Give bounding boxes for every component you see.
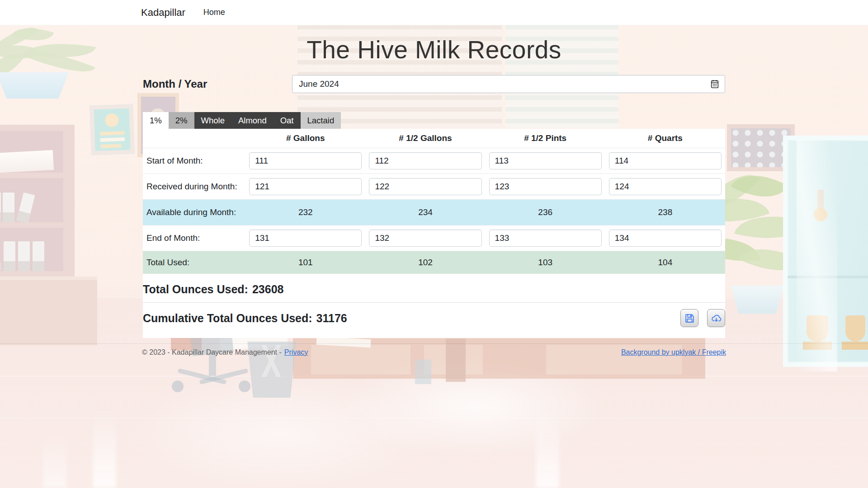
total-ounces-line: Total Ounces Used: 23608 xyxy=(143,274,725,302)
action-buttons xyxy=(680,309,725,327)
copyright-text: © 2023 - Kadapillar Daycare Management - xyxy=(142,348,282,357)
total-used-half-gallons-value: 102 xyxy=(365,251,485,274)
footer-credit: Background by upklyak / Freepik xyxy=(621,348,726,357)
tab-2-percent[interactable]: 2% xyxy=(169,112,194,129)
page: Kadapillar Home The Hive Milk Records Mo… xyxy=(0,0,868,488)
tab-1-percent[interactable]: 1% xyxy=(143,112,169,129)
month-year-input[interactable] xyxy=(292,75,725,93)
privacy-link[interactable]: Privacy xyxy=(284,348,308,357)
column-header-half-pints: # 1/2 Pints xyxy=(486,129,605,148)
tab-almond[interactable]: Almond xyxy=(231,112,274,129)
brand-link[interactable]: Kadapillar xyxy=(141,7,185,19)
header-spacer xyxy=(143,129,245,148)
records-panel: # Gallons # 1/2 Gallons # 1/2 Pints # Qu… xyxy=(143,129,725,338)
available-half-gallons-value: 234 xyxy=(365,200,485,225)
month-year-row: Month / Year xyxy=(143,75,725,93)
total-used-gallons-value: 101 xyxy=(245,251,365,274)
main-container: Month / Year xyxy=(143,75,725,338)
cumulative-total-label: Cumulative Total Ounces Used: xyxy=(143,312,312,325)
received-quarts-input[interactable] xyxy=(609,178,722,195)
calendar-icon[interactable] xyxy=(710,79,720,89)
available-half-pints-value: 236 xyxy=(486,200,605,225)
floppy-disk-icon xyxy=(684,313,695,324)
milk-records-table: # Gallons # 1/2 Gallons # 1/2 Pints # Qu… xyxy=(143,129,725,274)
table-row-available: Available during Month: 232 234 236 238 xyxy=(143,200,725,225)
table-row: Received during Month: xyxy=(143,174,725,200)
row-label: Start of Month: xyxy=(143,148,245,174)
end-gallons-input[interactable] xyxy=(249,230,362,247)
received-half-pints-input[interactable] xyxy=(489,178,602,195)
column-header-gallons: # Gallons xyxy=(245,129,365,148)
cumulative-total-value: 31176 xyxy=(316,312,347,325)
navbar-inner: Kadapillar Home xyxy=(141,7,727,19)
available-quarts-value: 238 xyxy=(605,200,725,225)
start-quarts-input[interactable] xyxy=(609,152,722,169)
desk-leg-decoration xyxy=(415,360,431,384)
background-credit-link[interactable]: Background by upklyak / Freepik xyxy=(621,348,726,356)
row-label: Available during Month: xyxy=(143,200,245,225)
cumulative-total-line: Cumulative Total Ounces Used: 31176 xyxy=(143,303,725,329)
table-header-row: # Gallons # 1/2 Gallons # 1/2 Pints # Qu… xyxy=(143,129,725,148)
download-button[interactable] xyxy=(707,309,725,327)
footer-inner: © 2023 - Kadapillar Daycare Management -… xyxy=(142,348,726,357)
floor-reflection-decoration xyxy=(536,407,559,488)
footer-copyright: © 2023 - Kadapillar Daycare Management -… xyxy=(142,348,308,357)
footer: © 2023 - Kadapillar Daycare Management -… xyxy=(0,343,868,363)
month-year-label: Month / Year xyxy=(143,78,292,90)
row-label: Received during Month: xyxy=(143,174,245,200)
cloud-download-icon xyxy=(711,313,722,324)
start-gallons-input[interactable] xyxy=(249,152,362,169)
navbar: Kadapillar Home xyxy=(0,0,868,25)
table-row-total-used: Total Used: 101 102 103 104 xyxy=(143,251,725,274)
column-header-quarts: # Quarts xyxy=(605,129,725,148)
received-half-gallons-input[interactable] xyxy=(369,178,481,195)
date-picker xyxy=(292,75,725,93)
floor-line-decoration xyxy=(0,418,868,418)
start-half-pints-input[interactable] xyxy=(489,152,602,169)
received-gallons-input[interactable] xyxy=(249,178,362,195)
available-gallons-value: 232 xyxy=(245,200,365,225)
total-used-half-pints-value: 103 xyxy=(486,251,605,274)
total-ounces-label: Total Ounces Used: xyxy=(143,283,248,296)
floor-reflection-decoration xyxy=(43,434,66,488)
save-button[interactable] xyxy=(680,309,698,327)
column-header-half-gallons: # 1/2 Gallons xyxy=(365,129,485,148)
table-row: Start of Month: xyxy=(143,148,725,174)
tab-oat[interactable]: Oat xyxy=(274,112,301,129)
table-row: End of Month: xyxy=(143,225,725,251)
end-half-gallons-input[interactable] xyxy=(369,230,481,247)
end-half-pints-input[interactable] xyxy=(489,230,602,247)
tab-whole[interactable]: Whole xyxy=(194,112,231,129)
milk-type-tabs: 1% 2% Whole Almond Oat Lactaid xyxy=(143,112,725,129)
page-title: The Hive Milk Records xyxy=(0,35,868,64)
row-label: End of Month: xyxy=(143,225,245,251)
chair-wheel-decoration xyxy=(172,380,184,392)
start-half-gallons-input[interactable] xyxy=(369,152,481,169)
total-ounces-value: 23608 xyxy=(252,283,284,296)
row-label: Total Used: xyxy=(143,251,245,274)
tab-lactaid[interactable]: Lactaid xyxy=(301,112,341,129)
total-used-quarts-value: 104 xyxy=(605,251,725,274)
floor-reflection-decoration xyxy=(93,407,116,488)
chair-wheel-decoration xyxy=(239,380,250,392)
end-quarts-input[interactable] xyxy=(609,230,722,247)
nav-home-link[interactable]: Home xyxy=(203,8,225,17)
